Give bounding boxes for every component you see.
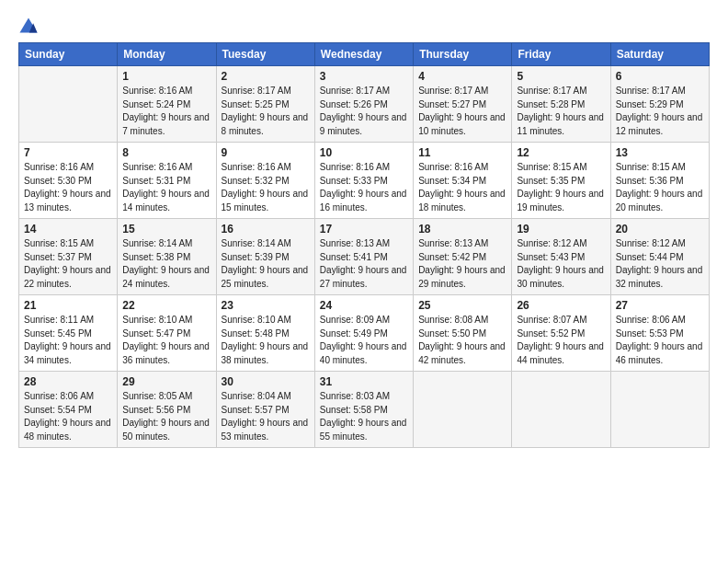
day-cell: 30Sunrise: 8:04 AMSunset: 5:57 PMDayligh… (216, 372, 314, 448)
header-row-days: SundayMondayTuesdayWednesdayThursdayFrid… (19, 43, 710, 66)
day-cell: 26Sunrise: 8:07 AMSunset: 5:52 PMDayligh… (512, 295, 610, 372)
day-cell: 10Sunrise: 8:16 AMSunset: 5:33 PMDayligh… (314, 143, 413, 219)
day-cell: 29Sunrise: 8:05 AMSunset: 5:56 PMDayligh… (118, 372, 216, 448)
day-info: Sunrise: 8:10 AMSunset: 5:47 PMDaylight:… (122, 314, 210, 367)
day-info: Sunrise: 8:15 AMSunset: 5:37 PMDaylight:… (24, 237, 112, 291)
day-cell: 2Sunrise: 8:17 AMSunset: 5:25 PMDaylight… (216, 66, 314, 143)
day-cell: 12Sunrise: 8:15 AMSunset: 5:35 PMDayligh… (512, 143, 610, 219)
day-info: Sunrise: 8:14 AMSunset: 5:38 PMDaylight:… (122, 237, 210, 291)
header-sunday: Sunday (19, 43, 118, 66)
day-info: Sunrise: 8:17 AMSunset: 5:29 PMDaylight:… (616, 85, 704, 138)
day-number: 5 (517, 70, 605, 83)
day-cell: 27Sunrise: 8:06 AMSunset: 5:53 PMDayligh… (610, 295, 709, 372)
day-number: 26 (517, 299, 605, 312)
day-number: 6 (616, 70, 704, 83)
day-number: 23 (222, 299, 310, 312)
week-row-4: 28Sunrise: 8:06 AMSunset: 5:54 PMDayligh… (19, 372, 710, 448)
day-cell: 23Sunrise: 8:10 AMSunset: 5:48 PMDayligh… (216, 295, 314, 372)
day-info: Sunrise: 8:17 AMSunset: 5:25 PMDaylight:… (222, 85, 310, 138)
day-number: 25 (418, 299, 506, 312)
day-info: Sunrise: 8:12 AMSunset: 5:43 PMDaylight:… (517, 237, 605, 291)
day-cell: 8Sunrise: 8:16 AMSunset: 5:31 PMDaylight… (118, 143, 216, 219)
day-number: 17 (320, 223, 408, 236)
day-cell: 7Sunrise: 8:16 AMSunset: 5:30 PMDaylight… (19, 143, 118, 219)
week-row-1: 7Sunrise: 8:16 AMSunset: 5:30 PMDaylight… (19, 143, 710, 219)
day-cell: 13Sunrise: 8:15 AMSunset: 5:36 PMDayligh… (610, 143, 709, 219)
day-info: Sunrise: 8:16 AMSunset: 5:30 PMDaylight:… (24, 161, 112, 214)
day-info: Sunrise: 8:13 AMSunset: 5:42 PMDaylight:… (418, 237, 506, 291)
day-cell: 19Sunrise: 8:12 AMSunset: 5:43 PMDayligh… (512, 219, 610, 295)
day-info: Sunrise: 8:14 AMSunset: 5:39 PMDaylight:… (222, 237, 310, 291)
day-number: 14 (24, 223, 112, 236)
header-tuesday: Tuesday (216, 43, 314, 66)
day-cell: 6Sunrise: 8:17 AMSunset: 5:29 PMDaylight… (610, 66, 709, 143)
day-number: 3 (320, 70, 408, 83)
day-info: Sunrise: 8:16 AMSunset: 5:32 PMDaylight:… (222, 161, 310, 214)
day-number: 11 (418, 146, 506, 159)
day-cell: 16Sunrise: 8:14 AMSunset: 5:39 PMDayligh… (216, 219, 314, 295)
day-cell: 17Sunrise: 8:13 AMSunset: 5:41 PMDayligh… (314, 219, 413, 295)
day-cell: 24Sunrise: 8:09 AMSunset: 5:49 PMDayligh… (314, 295, 413, 372)
day-number: 18 (418, 223, 506, 236)
day-info: Sunrise: 8:17 AMSunset: 5:26 PMDaylight:… (320, 85, 408, 138)
header-monday: Monday (118, 43, 216, 66)
day-number: 4 (418, 70, 506, 83)
logo-icon (18, 17, 39, 37)
day-info: Sunrise: 8:08 AMSunset: 5:50 PMDaylight:… (418, 314, 506, 367)
day-number: 22 (122, 299, 210, 312)
day-number: 15 (122, 223, 210, 236)
week-row-3: 21Sunrise: 8:11 AMSunset: 5:45 PMDayligh… (19, 295, 710, 372)
day-cell (610, 372, 709, 448)
day-cell: 14Sunrise: 8:15 AMSunset: 5:37 PMDayligh… (19, 219, 118, 295)
day-info: Sunrise: 8:10 AMSunset: 5:48 PMDaylight:… (222, 314, 310, 367)
day-info: Sunrise: 8:17 AMSunset: 5:27 PMDaylight:… (418, 85, 506, 138)
day-info: Sunrise: 8:15 AMSunset: 5:36 PMDaylight:… (616, 161, 704, 214)
day-cell (414, 372, 512, 448)
header-saturday: Saturday (610, 43, 709, 66)
day-info: Sunrise: 8:12 AMSunset: 5:44 PMDaylight:… (616, 237, 704, 291)
day-number: 29 (122, 375, 210, 388)
day-cell: 15Sunrise: 8:14 AMSunset: 5:38 PMDayligh… (118, 219, 216, 295)
day-info: Sunrise: 8:15 AMSunset: 5:35 PMDaylight:… (517, 161, 605, 214)
day-info: Sunrise: 8:06 AMSunset: 5:54 PMDaylight:… (24, 390, 112, 443)
day-number: 1 (122, 70, 210, 83)
logo (18, 17, 42, 37)
day-cell: 18Sunrise: 8:13 AMSunset: 5:42 PMDayligh… (414, 219, 512, 295)
day-number: 16 (222, 223, 310, 236)
day-number: 31 (320, 375, 408, 388)
day-info: Sunrise: 8:04 AMSunset: 5:57 PMDaylight:… (222, 390, 310, 443)
day-info: Sunrise: 8:06 AMSunset: 5:53 PMDaylight:… (616, 314, 704, 367)
day-number: 19 (517, 223, 605, 236)
day-info: Sunrise: 8:03 AMSunset: 5:58 PMDaylight:… (320, 390, 408, 443)
day-info: Sunrise: 8:11 AMSunset: 5:45 PMDaylight:… (24, 314, 112, 367)
day-cell: 5Sunrise: 8:17 AMSunset: 5:28 PMDaylight… (512, 66, 610, 143)
day-number: 24 (320, 299, 408, 312)
day-cell (19, 66, 118, 143)
day-info: Sunrise: 8:09 AMSunset: 5:49 PMDaylight:… (320, 314, 408, 367)
day-number: 27 (616, 299, 704, 312)
day-info: Sunrise: 8:13 AMSunset: 5:41 PMDaylight:… (320, 237, 408, 291)
day-cell: 9Sunrise: 8:16 AMSunset: 5:32 PMDaylight… (216, 143, 314, 219)
day-cell: 21Sunrise: 8:11 AMSunset: 5:45 PMDayligh… (19, 295, 118, 372)
day-number: 7 (24, 146, 112, 159)
day-cell (512, 372, 610, 448)
day-number: 30 (222, 375, 310, 388)
day-number: 13 (616, 146, 704, 159)
page-container: SundayMondayTuesdayWednesdayThursdayFrid… (0, 0, 728, 457)
day-cell: 28Sunrise: 8:06 AMSunset: 5:54 PMDayligh… (19, 372, 118, 448)
day-cell: 3Sunrise: 8:17 AMSunset: 5:26 PMDaylight… (314, 66, 413, 143)
day-info: Sunrise: 8:05 AMSunset: 5:56 PMDaylight:… (122, 390, 210, 443)
day-cell: 11Sunrise: 8:16 AMSunset: 5:34 PMDayligh… (414, 143, 512, 219)
calendar-table: SundayMondayTuesdayWednesdayThursdayFrid… (18, 42, 710, 448)
day-info: Sunrise: 8:16 AMSunset: 5:33 PMDaylight:… (320, 161, 408, 214)
day-info: Sunrise: 8:16 AMSunset: 5:31 PMDaylight:… (122, 161, 210, 214)
day-number: 20 (616, 223, 704, 236)
day-cell: 1Sunrise: 8:16 AMSunset: 5:24 PMDaylight… (118, 66, 216, 143)
day-number: 21 (24, 299, 112, 312)
day-number: 28 (24, 375, 112, 388)
day-number: 2 (222, 70, 310, 83)
day-cell: 22Sunrise: 8:10 AMSunset: 5:47 PMDayligh… (118, 295, 216, 372)
day-number: 12 (517, 146, 605, 159)
week-row-2: 14Sunrise: 8:15 AMSunset: 5:37 PMDayligh… (19, 219, 710, 295)
day-cell: 31Sunrise: 8:03 AMSunset: 5:58 PMDayligh… (314, 372, 413, 448)
